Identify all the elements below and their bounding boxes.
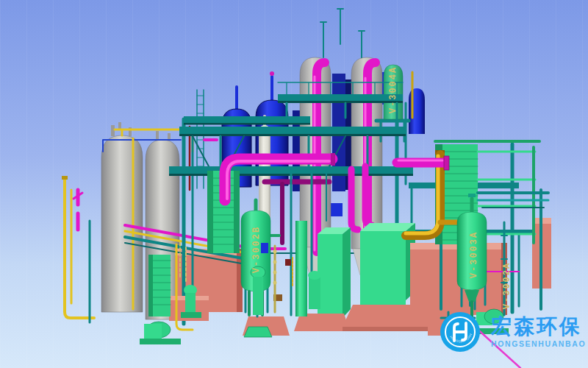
- vent-poles: [320, 9, 365, 62]
- plant-3d-scene: V-3002BV-3003AV-3002AV-3004A HONGSENHUAN…: [0, 0, 588, 368]
- logo-text-chinese: 宏森环保: [491, 316, 586, 337]
- equipment-tag-v-3003a: V-3003A: [469, 231, 479, 278]
- company-watermark: HONGSENHUANBAO 宏森环保 HONGSENHUANBAO: [440, 311, 586, 353]
- equipment-tag-v-3004a: V-3004A: [388, 66, 398, 113]
- equipment-tag-v-3002b: V-3002B: [251, 226, 262, 273]
- logo-text-english: HONGSENHUANBAO: [491, 339, 586, 348]
- green-tank-box-1: [318, 227, 351, 318]
- logo-text-block: 宏森环保 HONGSENHUANBAO: [491, 316, 586, 347]
- logo-icon: HONGSENHUANBAO: [440, 311, 481, 353]
- equipment-tag-v-3002a: V-3002A: [502, 262, 512, 309]
- gray-storage-tank-1: [101, 122, 143, 312]
